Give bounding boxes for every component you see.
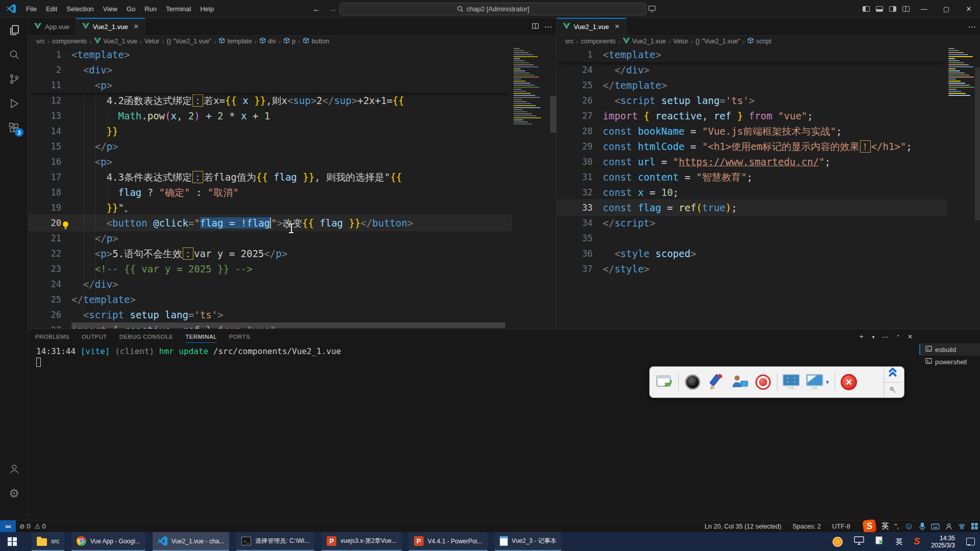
- taskbar-button-notepad[interactable]: Vue2_3 - 记事本: [495, 532, 562, 551]
- code-line-30[interactable]: 30const url = "https://www.smartedu.cn/"…: [557, 154, 946, 169]
- terminal-dropdown-icon[interactable]: ▾: [872, 334, 875, 340]
- code-line-33[interactable]: 33const flag = ref(true);: [557, 200, 946, 215]
- ime-skin-icon[interactable]: [945, 523, 952, 530]
- breadcrumb-item-Vue21vue[interactable]: {}"Vue2_1.vue": [167, 38, 212, 45]
- line-number[interactable]: 21: [28, 231, 61, 246]
- line-number[interactable]: 23: [28, 261, 61, 277]
- pin-toolbar-icon[interactable]: [884, 383, 901, 398]
- menu-view[interactable]: View: [99, 0, 122, 18]
- code-line-12[interactable]: 12 4.2函数表达式绑定：若x={{ x }},则x<sup>2</sup>+…: [28, 93, 511, 108]
- remote-indicator[interactable]: ><: [0, 520, 16, 532]
- line-number[interactable]: 27: [28, 322, 61, 329]
- close-toolbar-button[interactable]: ✕: [837, 370, 861, 394]
- line-number[interactable]: 24: [28, 277, 61, 292]
- minimap-left[interactable]: [511, 47, 550, 124]
- breadcrumb-item-Vetur[interactable]: Vetur: [673, 38, 688, 45]
- tray-pointer-icon[interactable]: [875, 536, 884, 547]
- code-line-19[interactable]: 19 }}"。: [28, 200, 511, 215]
- breadcrumb-item-button[interactable]: button: [303, 37, 329, 45]
- code-line-37[interactable]: 37</style>: [557, 261, 946, 277]
- breadcrumb-item-template[interactable]: template: [218, 37, 252, 45]
- cast-device-icon[interactable]: [645, 0, 658, 18]
- split-editor-icon[interactable]: [532, 22, 539, 32]
- line-number[interactable]: 14: [28, 123, 61, 139]
- taskbar-button-folder[interactable]: src: [32, 532, 64, 551]
- right-code-area[interactable]: 1<template> 24 </div>25</template>26 <sc…: [557, 47, 980, 329]
- panel-tab-debug-console[interactable]: DEBUG CONSOLE: [119, 329, 174, 344]
- presenter-icon[interactable]: [728, 370, 751, 394]
- start-button[interactable]: [0, 532, 24, 551]
- line-number[interactable]: 16: [28, 154, 61, 169]
- code-line-34[interactable]: 34</script>: [557, 215, 946, 231]
- code-line-26[interactable]: 26 <script setup lang='ts'>: [557, 93, 946, 108]
- line-number[interactable]: 34: [557, 215, 593, 231]
- terminal-instance-esbuild[interactable]: esbuild: [919, 343, 980, 356]
- more-actions-icon[interactable]: ⋯: [968, 22, 976, 32]
- code-line-25[interactable]: 25</template>: [557, 78, 946, 93]
- code-line-11[interactable]: 11 <p>: [28, 78, 511, 93]
- code-line-31[interactable]: 31const content = "智慧教育";: [557, 169, 946, 185]
- code-line-1[interactable]: 1<template>: [28, 47, 511, 62]
- line-number[interactable]: 13: [28, 108, 61, 123]
- menu-file[interactable]: File: [21, 0, 41, 18]
- extensions-icon[interactable]: 3: [0, 116, 28, 140]
- panel-tab-ports[interactable]: PORTS: [229, 329, 250, 344]
- taskbar-button-vscode[interactable]: Vue2_1.vue - cha...: [153, 532, 230, 551]
- panel-maximize-icon[interactable]: ⌃: [896, 334, 900, 340]
- taskbar-button-cmd[interactable]: ›_选择管理员: C:\Wi...: [236, 532, 314, 551]
- code-line-18[interactable]: 18 flag ? "确定" : "取消": [28, 185, 511, 200]
- terminal-instance-powershell[interactable]: powershell: [919, 356, 980, 368]
- problems-status[interactable]: ⊘0 ⚠0: [16, 522, 50, 530]
- ime-shirt-icon[interactable]: [958, 523, 966, 530]
- toggle-secondary-sidebar-icon[interactable]: [886, 0, 899, 18]
- close-button[interactable]: ✕: [958, 0, 980, 18]
- tray-app-icon[interactable]: [832, 537, 843, 547]
- line-number[interactable]: 26: [557, 93, 593, 108]
- collapse-toolbar-icon[interactable]: [884, 367, 901, 383]
- tab-Vue2_1.vue[interactable]: Vue2_1.vue✕: [557, 18, 626, 35]
- line-number[interactable]: 37: [557, 261, 593, 277]
- tray-sogou-icon[interactable]: S: [914, 536, 920, 547]
- record-button[interactable]: [751, 370, 775, 394]
- tray-lang-indicator[interactable]: 英: [895, 537, 902, 546]
- status-item-ln20col3512selected[interactable]: Ln 20, Col 35 (12 selected): [701, 523, 785, 530]
- line-number[interactable]: 29: [557, 139, 593, 154]
- ime-keyboard-icon[interactable]: [931, 523, 940, 530]
- line-number[interactable]: 11: [28, 78, 61, 93]
- ime-emoji-icon[interactable]: ☺: [904, 521, 914, 532]
- account-icon[interactable]: [0, 457, 28, 481]
- code-line-2[interactable]: 2 <div>: [28, 62, 511, 78]
- status-item-spaces[interactable]: Spaces: 2: [789, 523, 825, 530]
- vertical-scrollbar-right[interactable]: [975, 67, 980, 220]
- panel-more-icon[interactable]: ⋯: [882, 333, 889, 341]
- line-number[interactable]: 31: [557, 169, 593, 185]
- code-line-35[interactable]: 35: [557, 231, 946, 246]
- ime-punct-indicator[interactable]: ”,: [895, 522, 899, 530]
- breadcrumb-item-components[interactable]: components: [52, 38, 87, 45]
- command-center-search[interactable]: chap2 [Administrator]: [339, 3, 647, 15]
- dropdown-arrow-icon[interactable]: ▼: [825, 379, 830, 385]
- more-actions-icon[interactable]: ⋯: [544, 22, 552, 32]
- tab-Vue2_1.vue[interactable]: Vue2_1.vue✕: [76, 18, 145, 35]
- ime-mic-icon[interactable]: [919, 522, 925, 531]
- taskbar-button-ppt[interactable]: Pvuejs3.x-第2章Vue...: [322, 532, 402, 551]
- source-control-icon[interactable]: [0, 67, 28, 91]
- code-line-22[interactable]: 22 <p>5.语句不会生效：var y = 2025</p>: [28, 246, 511, 261]
- tab-close-icon[interactable]: ✕: [615, 23, 620, 30]
- line-number[interactable]: 18: [28, 185, 61, 200]
- line-number[interactable]: 25: [557, 78, 593, 93]
- camera-lens-icon[interactable]: [681, 370, 704, 394]
- search-sidebar-icon[interactable]: [0, 42, 28, 67]
- code-line-14[interactable]: 14 }}: [28, 123, 511, 139]
- horizontal-scrollbar-left[interactable]: [71, 322, 505, 328]
- line-number[interactable]: 25: [28, 292, 61, 307]
- settings-gear-icon[interactable]: ⚙: [0, 481, 28, 506]
- menu-edit[interactable]: Edit: [41, 0, 62, 18]
- line-number[interactable]: 17: [28, 169, 61, 185]
- minimap-right[interactable]: [946, 47, 975, 96]
- breadcrumb-item-Vue21vue[interactable]: Vue2_1.vue: [623, 38, 666, 45]
- line-number[interactable]: 19: [28, 200, 61, 215]
- code-line-23[interactable]: 23 <!-- {{ var y = 2025 }} -->: [28, 261, 511, 277]
- line-number[interactable]: 36: [557, 246, 593, 261]
- panel-close-icon[interactable]: ✕: [908, 333, 913, 340]
